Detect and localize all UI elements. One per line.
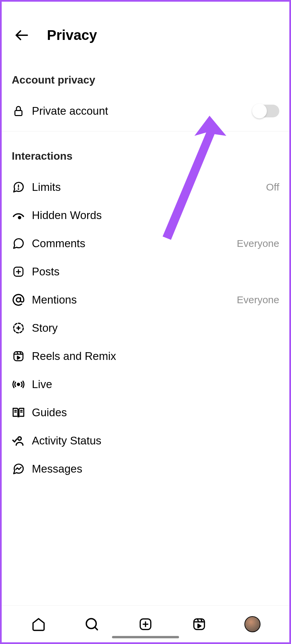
reels-icon [192, 617, 206, 631]
plus-square-icon [12, 265, 25, 278]
arrow-left-icon [14, 28, 29, 43]
svg-point-3 [18, 189, 19, 190]
story-row[interactable]: Story [12, 314, 279, 342]
back-button[interactable] [12, 25, 32, 45]
svg-point-22 [18, 437, 21, 440]
svg-rect-12 [14, 352, 23, 361]
mentions-value: Everyone [237, 294, 279, 306]
avatar-icon [244, 616, 260, 632]
interactions-header: Interactions [12, 150, 279, 162]
private-account-label: Private account [32, 105, 253, 117]
svg-line-24 [95, 627, 98, 630]
activity-status-row[interactable]: Activity Status [12, 427, 279, 455]
comments-value: Everyone [237, 238, 279, 249]
hidden-words-label: Hidden Words [32, 209, 279, 222]
at-sign-icon [12, 293, 25, 307]
divider [2, 131, 289, 131]
broadcast-icon [12, 378, 25, 391]
alert-circle-icon [12, 180, 25, 194]
guides-row[interactable]: Guides [12, 398, 279, 427]
svg-marker-32 [198, 624, 201, 628]
nav-profile[interactable] [243, 615, 262, 634]
toggle-knob [252, 104, 267, 118]
posts-label: Posts [32, 265, 279, 278]
limits-label: Limits [32, 181, 266, 194]
account-privacy-section: Account privacy Private account [2, 74, 289, 125]
svg-rect-28 [194, 619, 205, 630]
messages-row[interactable]: Messages [12, 455, 279, 483]
header: Privacy [2, 2, 289, 55]
nav-create[interactable] [136, 615, 155, 634]
reels-icon [12, 350, 25, 363]
activity-status-label: Activity Status [32, 434, 279, 447]
mentions-row[interactable]: Mentions Everyone [12, 286, 279, 314]
private-account-toggle[interactable] [253, 105, 279, 117]
posts-row[interactable]: Posts [12, 258, 279, 286]
lock-icon [12, 104, 25, 118]
hidden-words-row[interactable]: Hidden Words [12, 201, 279, 229]
reels-row[interactable]: Reels and Remix [12, 342, 279, 370]
mentions-label: Mentions [32, 293, 237, 306]
reels-label: Reels and Remix [32, 350, 279, 363]
plus-square-icon [138, 617, 153, 631]
home-indicator [112, 636, 179, 638]
page-title: Privacy [47, 27, 97, 43]
home-icon [31, 617, 46, 632]
limits-value: Off [266, 181, 279, 193]
live-row[interactable]: Live [12, 370, 279, 398]
live-label: Live [32, 378, 279, 391]
activity-icon [12, 434, 25, 447]
svg-marker-16 [17, 356, 20, 359]
nav-search[interactable] [82, 615, 101, 634]
svg-point-4 [18, 216, 21, 219]
interactions-section: Interactions Limits Off Hidden Words Com [2, 150, 289, 483]
eye-hidden-icon [12, 209, 25, 222]
private-account-row[interactable]: Private account [12, 97, 279, 125]
book-icon [12, 406, 25, 419]
svg-rect-1 [15, 111, 22, 116]
search-icon [84, 617, 99, 632]
messages-label: Messages [32, 463, 279, 475]
comment-icon [12, 237, 25, 250]
comments-label: Comments [32, 237, 237, 250]
svg-point-8 [16, 298, 21, 302]
comments-row[interactable]: Comments Everyone [12, 229, 279, 258]
story-label: Story [32, 322, 279, 334]
story-circle-icon [12, 321, 25, 335]
limits-row[interactable]: Limits Off [12, 173, 279, 201]
guides-label: Guides [32, 406, 279, 419]
messenger-icon [12, 462, 25, 476]
svg-point-17 [17, 383, 19, 385]
nav-home[interactable] [29, 615, 48, 634]
account-privacy-header: Account privacy [12, 74, 279, 86]
nav-reels[interactable] [190, 615, 209, 634]
